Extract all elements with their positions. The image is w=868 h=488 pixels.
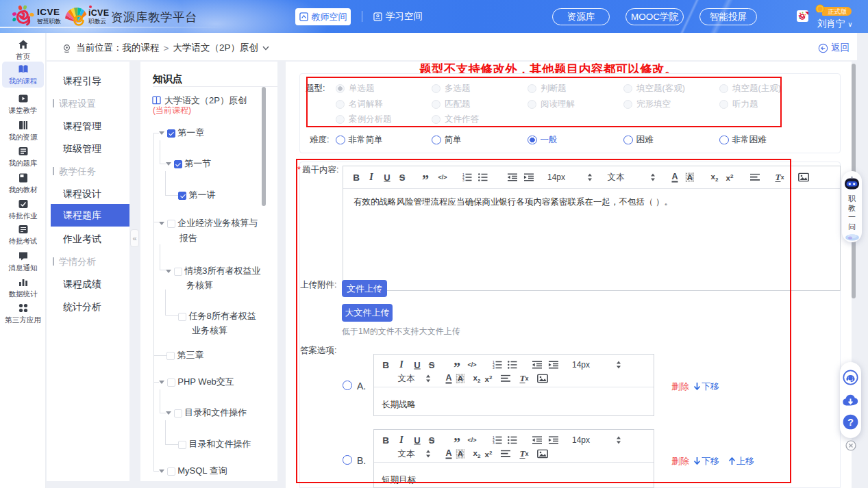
svg-text:3: 3 [462,178,464,181]
svg-text:?: ? [847,417,854,428]
svg-text:3: 3 [493,441,495,444]
svg-text:3: 3 [493,365,495,369]
